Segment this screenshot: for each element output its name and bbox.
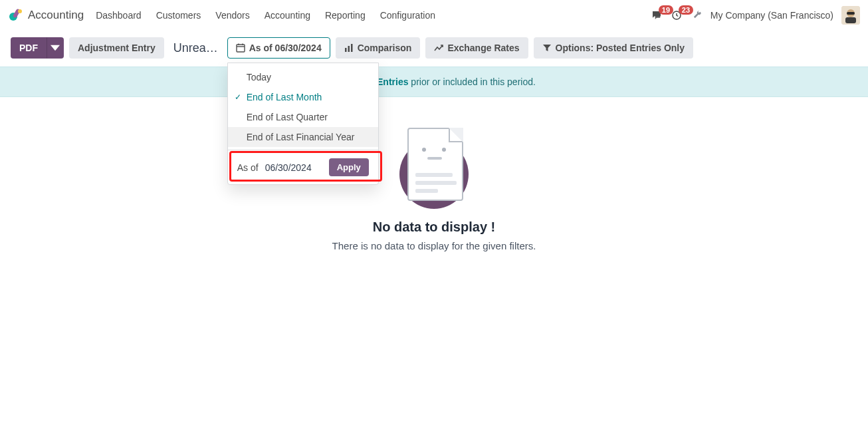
activity-badge: 23 xyxy=(679,5,693,15)
asof-dropdown: Today End of Last Month End of Last Quar… xyxy=(227,63,379,185)
svg-rect-6 xyxy=(845,17,856,23)
svg-rect-8 xyxy=(237,45,245,52)
empty-illustration xyxy=(394,128,474,208)
activities-button[interactable]: 23 xyxy=(671,9,683,21)
document-icon xyxy=(407,128,463,201)
asof-date-input[interactable]: 06/30/2024 xyxy=(265,162,322,173)
empty-subtitle: There is no data to display for the give… xyxy=(332,240,536,251)
menu-vendors[interactable]: Vendors xyxy=(215,10,249,21)
caret-down-icon xyxy=(51,43,60,53)
exchange-rates-button[interactable]: Exchange Rates xyxy=(425,37,528,59)
avatar[interactable] xyxy=(841,6,860,25)
svg-rect-12 xyxy=(345,48,347,52)
adjustment-entry-button[interactable]: Adjustment Entry xyxy=(69,37,164,59)
funnel-icon xyxy=(542,43,552,53)
empty-state: No data to display ! There is no data to… xyxy=(0,128,868,253)
pdf-button[interactable]: PDF xyxy=(11,37,47,59)
svg-rect-13 xyxy=(348,46,350,52)
breadcrumb-truncated: Unrea… xyxy=(173,41,218,55)
apply-button[interactable]: Apply xyxy=(329,158,369,176)
pdf-dropdown-toggle[interactable] xyxy=(47,37,64,59)
empty-title: No data to display ! xyxy=(373,220,495,235)
report-toolbar: PDF Adjustment Entry Unrea… As of 06/30/… xyxy=(0,31,868,67)
asof-option-end-last-quarter[interactable]: End of Last Quarter xyxy=(228,107,378,127)
svg-rect-14 xyxy=(351,44,353,52)
calendar-icon xyxy=(236,43,245,53)
menu-customers[interactable]: Customers xyxy=(156,10,201,21)
asof-option-today[interactable]: Today xyxy=(228,67,378,87)
asof-option-end-last-month[interactable]: End of Last Month xyxy=(228,87,378,107)
messages-button[interactable]: 19 xyxy=(651,9,663,21)
options-button[interactable]: Options: Posted Entries Only xyxy=(534,37,693,59)
dropdown-divider xyxy=(228,150,378,150)
info-banner: d Journal Entries prior or included in t… xyxy=(0,67,868,97)
app-logo[interactable] xyxy=(8,7,24,23)
company-switcher[interactable]: My Company (San Francisco) xyxy=(710,10,833,21)
asof-label: As of xyxy=(237,162,259,173)
options-label: Options: Posted Entries Only xyxy=(556,43,685,53)
asof-custom-row: As of 06/30/2024 Apply xyxy=(228,156,378,178)
menu-configuration[interactable]: Configuration xyxy=(380,10,435,21)
asof-option-end-last-fy[interactable]: End of Last Financial Year xyxy=(228,127,378,147)
logo-icon xyxy=(8,7,24,23)
exchange-rates-label: Exchange Rates xyxy=(447,43,519,53)
main-menu: Dashboard Customers Vendors Accounting R… xyxy=(96,10,435,21)
line-chart-icon xyxy=(434,43,443,53)
bar-chart-icon xyxy=(344,43,354,53)
comparison-button[interactable]: Comparison xyxy=(336,37,421,59)
svg-rect-7 xyxy=(847,12,855,15)
menu-accounting[interactable]: Accounting xyxy=(265,10,310,21)
menu-dashboard[interactable]: Dashboard xyxy=(96,10,142,21)
banner-text-suffix: prior or included in this period. xyxy=(408,76,535,87)
app-name[interactable]: Accounting xyxy=(28,9,84,22)
comparison-label: Comparison xyxy=(358,43,412,53)
menu-reporting[interactable]: Reporting xyxy=(325,10,366,21)
svg-point-2 xyxy=(18,9,22,13)
topbar-right: 19 23 My Company (San Francisco) xyxy=(651,6,860,25)
asof-filter-wrap: As of 06/30/2024 Today End of Last Month… xyxy=(227,37,330,59)
asof-filter-label: As of 06/30/2024 xyxy=(249,43,322,53)
asof-filter-button[interactable]: As of 06/30/2024 xyxy=(227,37,330,59)
top-navbar: Accounting Dashboard Customers Vendors A… xyxy=(0,0,868,31)
